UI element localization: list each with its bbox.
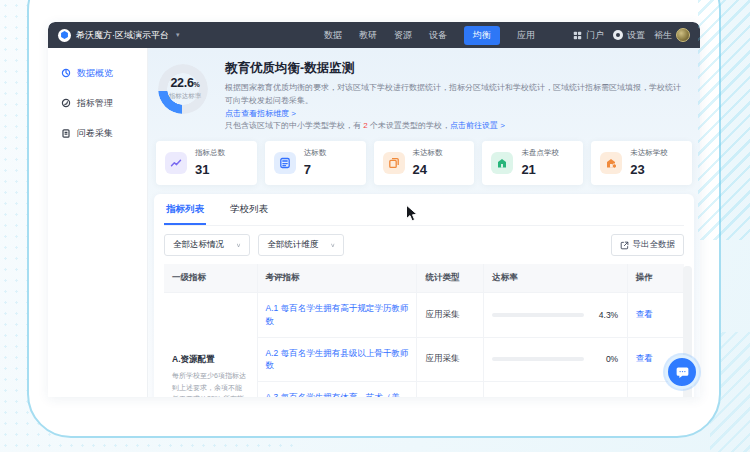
header-action: 操作: [627, 264, 684, 293]
portal-button[interactable]: 门户: [573, 29, 604, 42]
main-menu: 数据 教研 资源 设备 均衡 应用: [324, 26, 535, 45]
stat-card-total-metrics: 指标总数31: [156, 141, 257, 185]
tab-bar: 指标列表 学校列表: [164, 194, 684, 226]
hero-section: 22.6% 指标达标率 教育优质均衡-数据监测 根据国家教育优质均衡的要求，对该…: [154, 55, 694, 140]
rate-value: 0%: [592, 354, 618, 364]
menu-item-resource[interactable]: 资源: [394, 29, 412, 42]
chevron-down-icon: ▾: [176, 31, 180, 39]
view-link[interactable]: 查看: [636, 353, 653, 363]
filter-bar: 全部达标情况 ∨ 全部统计维度 ∨ 导出全数据: [164, 226, 684, 264]
seewo-logo-icon: [58, 29, 71, 42]
filter-dimension-value: 全部统计维度: [267, 239, 318, 251]
chevron-down-icon: ∨: [330, 242, 335, 248]
stat-card-uninventoried-schools: 未盘点学校21: [482, 141, 583, 185]
clipboard-icon: [61, 128, 71, 138]
menu-item-apps[interactable]: 应用: [517, 29, 535, 42]
chevron-down-icon: ∨: [236, 242, 241, 248]
stat-cards: 指标总数31 达标数7 未达标数24 未盘点学校21 未达标学校23: [156, 141, 692, 185]
user-menu[interactable]: 裕生: [654, 28, 690, 42]
hero-text: 教育优质均衡-数据监测 根据国家教育优质均衡的要求，对该区域下学校进行数据统计，…: [225, 59, 688, 133]
export-label: 导出全数据: [633, 239, 676, 251]
stat-label: 未达标数: [413, 148, 443, 158]
filter-compliance-select[interactable]: 全部达标情况 ∨: [164, 234, 250, 256]
stat-label: 未盘点学校: [521, 148, 559, 158]
gauge-text: 22.6% 指标达标率: [158, 64, 212, 114]
avatar: [676, 28, 690, 42]
gauge-value: 22.6%: [170, 77, 199, 90]
page-title: 教育优质均衡-数据监测: [225, 60, 688, 77]
chat-feedback-button[interactable]: [665, 355, 699, 389]
progress-bar: [492, 313, 584, 317]
gear-icon: [613, 30, 623, 40]
compliance-gauge: 22.6% 指标达标率: [158, 64, 212, 133]
settings-button[interactable]: 设置: [613, 29, 645, 42]
menu-item-balance[interactable]: 均衡: [464, 26, 500, 45]
top-navbar: 希沃魔方·区域演示平台 ▾ 数据 教研 资源 设备 均衡 应用 门户 设置 裕生: [48, 22, 700, 48]
stat-value: 23: [630, 162, 644, 177]
sidebar-item-label: 指标管理: [77, 97, 113, 110]
filter-dimension-select[interactable]: 全部统计维度 ∨: [258, 234, 344, 256]
stat-value: 7: [304, 162, 311, 177]
export-icon: [620, 241, 629, 250]
stat-card-unmet: 未达标数24: [374, 141, 475, 185]
tab-metric-list[interactable]: 指标列表: [164, 194, 206, 225]
view-metrics-link[interactable]: 点击查看指标维度 >: [225, 109, 296, 118]
view-link[interactable]: 查看: [636, 309, 653, 319]
go-setup-link[interactable]: 点击前往设置 >: [450, 121, 505, 130]
stat-value: 24: [413, 162, 427, 177]
sidebar-item-survey-collection[interactable]: 问卷采集: [48, 118, 147, 148]
note-text-2: 个未设置类型的学校，: [368, 121, 450, 130]
menu-item-data[interactable]: 数据: [324, 29, 342, 42]
school-alert-icon: [600, 152, 622, 174]
stat-type: 学校统计: [417, 382, 484, 397]
school-icon: [491, 152, 513, 174]
indicator-link[interactable]: A.3 每百名学生拥有体育、艺术（美术、音乐）专任教师数: [266, 392, 400, 397]
metric-table: 一级指标 考评指标 统计类型 达标率 操作 A.资源配置 每所学校至少6项指标达…: [164, 264, 684, 397]
indicator-link[interactable]: A.2 每百名学生拥有县级以上骨干教师数: [266, 348, 409, 371]
stat-label: 指标总数: [195, 148, 225, 158]
rate-cell: 0%: [492, 354, 619, 364]
main-content: 22.6% 指标达标率 教育优质均衡-数据监测 根据国家教育优质均衡的要求，对该…: [148, 48, 700, 397]
rate-cell: 4.3%: [492, 310, 619, 320]
app-window: 希沃魔方·区域演示平台 ▾ 数据 教研 资源 设备 均衡 应用 门户 设置 裕生: [48, 22, 700, 397]
compass-icon: [61, 98, 71, 108]
group-name: A.资源配置: [172, 354, 249, 366]
table-row: A.资源配置 每所学校至少6项指标达到上述要求，余项不能低于要求的85%;所有指…: [164, 293, 684, 338]
sidebar-item-label: 问卷采集: [77, 127, 113, 140]
platform-title: 希沃魔方·区域演示平台: [76, 29, 169, 42]
portal-grid-icon: [573, 31, 582, 40]
stat-value: 31: [195, 162, 209, 177]
filter-compliance-value: 全部达标情况: [173, 239, 224, 251]
progress-bar: [492, 357, 584, 361]
export-all-button[interactable]: 导出全数据: [611, 234, 685, 256]
stat-card-met: 达标数7: [265, 141, 366, 185]
user-name: 裕生: [654, 29, 672, 42]
brand[interactable]: 希沃魔方·区域演示平台 ▾: [58, 29, 180, 42]
stat-type: 应用采集: [417, 337, 484, 382]
sidebar-item-data-overview[interactable]: 数据概览: [48, 58, 147, 88]
list-panel: 指标列表 学校列表 全部达标情况 ∨ 全部统计维度 ∨ 导出全数据: [154, 194, 694, 397]
menu-item-device[interactable]: 设备: [429, 29, 447, 42]
settings-label: 设置: [627, 29, 645, 42]
menu-item-research[interactable]: 教研: [359, 29, 377, 42]
portal-label: 门户: [586, 29, 604, 42]
note-text: 只包含该区域下的中小学类型学校，有: [225, 121, 363, 130]
calculator-icon: [274, 152, 296, 174]
stat-label: 达标数: [304, 148, 327, 158]
stat-card-unmet-schools: 未达标学校23: [591, 141, 692, 185]
header-stat-type: 统计类型: [417, 264, 484, 293]
gauge-icon: [61, 68, 71, 78]
chat-bubble-icon: [675, 365, 690, 380]
stat-label: 未达标学校: [630, 148, 668, 158]
rate-value: 4.3%: [592, 310, 618, 320]
navbar-right: 门户 设置 裕生: [573, 28, 690, 42]
hero-description: 根据国家教育优质均衡的要求，对该区域下学校进行数据统计，指标分区域统计和学校统计…: [225, 82, 688, 133]
sidebar-item-metric-management[interactable]: 指标管理: [48, 88, 147, 118]
app-body: 数据概览 指标管理 问卷采集 22.6% 指标达标率: [48, 48, 700, 397]
sidebar-item-label: 数据概览: [77, 67, 113, 80]
indicator-link[interactable]: A.1 每百名学生拥有高于规定学历教师数: [266, 303, 409, 326]
chart-icon: [165, 152, 187, 174]
header-level1: 一级指标: [164, 264, 257, 293]
tab-school-list[interactable]: 学校列表: [228, 194, 270, 225]
table-header-row: 一级指标 考评指标 统计类型 达标率 操作: [164, 264, 684, 293]
